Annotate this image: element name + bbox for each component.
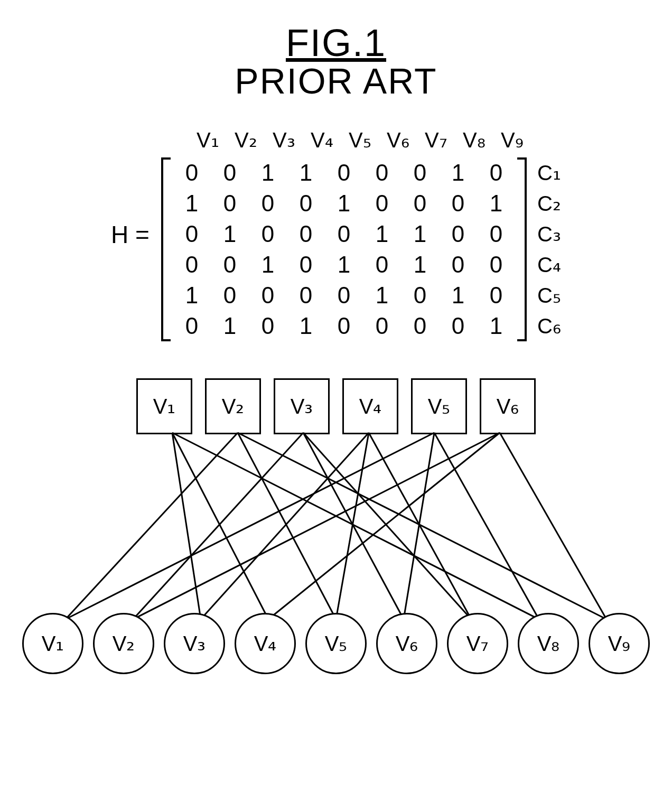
variable-node: V₉ xyxy=(589,613,650,674)
matrix-row: 100001010 xyxy=(173,280,515,311)
matrix-cell: 0 xyxy=(401,313,439,339)
matrix-cell: 0 xyxy=(363,190,401,217)
matrix-cell: 0 xyxy=(401,282,439,309)
matrix-cell: 0 xyxy=(363,313,401,339)
matrix-cell: 0 xyxy=(173,251,211,278)
matrix-cell: 0 xyxy=(439,313,477,339)
matrix-cell: 0 xyxy=(173,313,211,339)
svg-line-11 xyxy=(369,433,471,619)
row-label: C₃ xyxy=(537,219,561,249)
col-header: V₅ xyxy=(341,128,379,152)
col-header: V₉ xyxy=(493,128,531,152)
matrix-cell: 0 xyxy=(439,190,477,217)
variable-node: V₃ xyxy=(164,613,225,674)
svg-line-4 xyxy=(238,433,336,619)
matrix-cell: 0 xyxy=(325,160,363,186)
matrix-cell: 0 xyxy=(401,190,439,217)
row-label: C₁ xyxy=(537,157,561,188)
svg-line-15 xyxy=(133,433,500,619)
check-node: V₂ xyxy=(205,378,261,434)
matrix-cell: 0 xyxy=(173,221,211,247)
svg-line-17 xyxy=(500,433,606,619)
matrix-cell: 1 xyxy=(439,160,477,186)
check-node: V₅ xyxy=(411,378,467,434)
check-node: V₁ xyxy=(136,378,192,434)
col-header: V₇ xyxy=(417,128,455,152)
matrix-cell: 0 xyxy=(211,160,249,186)
matrix-cell: 0 xyxy=(477,160,515,186)
matrix-row: 010100001 xyxy=(173,311,515,341)
check-node: V₄ xyxy=(342,378,398,434)
variable-node: V₂ xyxy=(93,613,154,674)
left-bracket xyxy=(159,157,173,341)
variable-node: V₅ xyxy=(305,613,367,674)
matrix-cell: 1 xyxy=(477,313,515,339)
svg-line-10 xyxy=(336,433,369,619)
row-label: C₆ xyxy=(537,311,561,341)
matrix-cell: 1 xyxy=(249,160,287,186)
matrix-cell: 1 xyxy=(211,313,249,339)
matrix-cell: 0 xyxy=(287,221,325,247)
check-node: V₆ xyxy=(480,378,536,434)
matrix-cell: 1 xyxy=(401,221,439,247)
matrix-cell: 0 xyxy=(249,221,287,247)
matrix-column-headers: V₁V₂V₃V₄V₅V₆V₇V₈V₉ xyxy=(159,128,561,152)
matrix-row: 001010100 xyxy=(173,249,515,280)
matrix-cell: 1 xyxy=(439,282,477,309)
svg-line-8 xyxy=(303,433,471,619)
matrix-cell: 0 xyxy=(325,221,363,247)
matrix-cell: 0 xyxy=(363,251,401,278)
svg-line-3 xyxy=(66,433,238,619)
matrix-cell: 1 xyxy=(287,160,325,186)
matrix-cell: 0 xyxy=(477,282,515,309)
tanner-graph: V₁V₂V₃V₄V₅V₆ V₁V₂V₃V₄V₅V₆V₇V₈V₉ xyxy=(19,378,653,674)
row-label: C₅ xyxy=(537,280,561,311)
matrix-cell: 0 xyxy=(173,160,211,186)
matrix-cell: 1 xyxy=(249,251,287,278)
svg-line-1 xyxy=(172,433,268,619)
svg-line-16 xyxy=(268,433,500,619)
row-label: C₄ xyxy=(537,249,561,280)
matrix-cell: 0 xyxy=(439,221,477,247)
svg-line-13 xyxy=(404,433,434,619)
variable-nodes-row: V₁V₂V₃V₄V₅V₆V₇V₈V₉ xyxy=(19,613,653,674)
right-bracket xyxy=(515,157,529,341)
svg-line-5 xyxy=(238,433,606,619)
variable-node: V₈ xyxy=(518,613,579,674)
matrix-cell: 0 xyxy=(211,190,249,217)
matrix-cell: 0 xyxy=(401,160,439,186)
matrix-cell: 1 xyxy=(287,313,325,339)
variable-node: V₆ xyxy=(376,613,437,674)
svg-line-0 xyxy=(172,433,201,619)
matrix-cell: 0 xyxy=(363,160,401,186)
matrix-cell: 1 xyxy=(401,251,439,278)
matrix-cell: 1 xyxy=(211,221,249,247)
matrix-row: 100010001 xyxy=(173,188,515,219)
matrix-cell: 1 xyxy=(173,282,211,309)
matrix-cell: 0 xyxy=(287,190,325,217)
col-header: V₄ xyxy=(303,128,341,152)
check-nodes-row: V₁V₂V₃V₄V₅V₆ xyxy=(19,378,653,434)
variable-node: V₁ xyxy=(22,613,83,674)
matrix-cell: 1 xyxy=(363,282,401,309)
matrix-cell: 1 xyxy=(363,221,401,247)
matrix-cell: 1 xyxy=(477,190,515,217)
matrix-cell: 0 xyxy=(439,251,477,278)
matrix-cell: 0 xyxy=(325,282,363,309)
col-header: V₆ xyxy=(379,128,417,152)
variable-node: V₇ xyxy=(447,613,508,674)
matrix-cell: 0 xyxy=(249,313,287,339)
matrix-cell: 1 xyxy=(173,190,211,217)
row-label: C₂ xyxy=(537,188,561,219)
matrix-row: 001100010 xyxy=(173,157,515,188)
svg-line-2 xyxy=(172,433,539,619)
matrix-cell: 0 xyxy=(211,251,249,278)
matrix-cell: 0 xyxy=(477,251,515,278)
check-node: V₃ xyxy=(274,378,330,434)
col-header: V₂ xyxy=(227,128,265,152)
svg-line-6 xyxy=(133,433,303,619)
svg-line-7 xyxy=(303,433,404,619)
matrix-equation: H = V₁V₂V₃V₄V₅V₆V₇V₈V₉ 00110001010001000… xyxy=(111,128,561,341)
matrix-lhs: H = xyxy=(111,220,150,249)
matrix-row-labels: C₁C₂C₃C₄C₅C₆ xyxy=(537,157,561,341)
